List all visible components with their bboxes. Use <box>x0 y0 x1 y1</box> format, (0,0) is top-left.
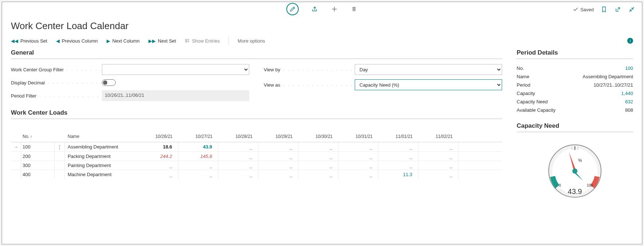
row-selector[interactable] <box>11 161 21 170</box>
cell-value[interactable]: _ <box>338 142 378 151</box>
popout-button[interactable] <box>614 6 621 13</box>
row-selector[interactable] <box>11 152 21 160</box>
cell-value[interactable]: _ <box>178 161 218 170</box>
cell-value[interactable]: _ <box>218 142 258 151</box>
work-center-loads-section: Work Center Loads No.↑ Name 10/26/21 10/… <box>11 109 502 179</box>
cell-value[interactable]: _ <box>378 152 418 160</box>
cell-value[interactable]: 145.8 <box>178 152 218 160</box>
cell-value[interactable]: _ <box>418 142 458 151</box>
cell-value[interactable]: _ <box>298 161 338 170</box>
saved-label: Saved <box>580 7 594 12</box>
table-row[interactable]: →100⋮Assembling Department18.643.9______ <box>11 142 502 151</box>
row-menu[interactable] <box>55 152 65 160</box>
cell-value[interactable]: _ <box>218 152 258 160</box>
view-by-select[interactable]: Day <box>355 64 502 75</box>
edit-button[interactable] <box>286 3 299 15</box>
row-selector[interactable] <box>11 170 21 179</box>
factbox-value: Assembling Department <box>583 74 633 79</box>
display-decimal-row: Display Decimal <box>11 79 249 86</box>
cell-value[interactable]: _ <box>258 170 298 179</box>
cell-value[interactable]: _ <box>138 170 178 179</box>
display-decimal-label: Display Decimal <box>11 80 102 86</box>
cell-value[interactable]: _ <box>378 161 418 170</box>
table-row[interactable]: 400Machine Department______11.3_ <box>11 170 502 179</box>
cell-value[interactable]: 18.6 <box>138 142 178 151</box>
period-filter-row: Period Filter 10/26/21..11/06/21 <box>11 90 249 101</box>
col-name[interactable]: Name <box>65 134 138 139</box>
cell-no: 400 <box>21 170 55 179</box>
cell-value[interactable]: _ <box>378 142 418 151</box>
col-date-7[interactable]: 11/02/21 <box>418 134 458 139</box>
row-menu[interactable] <box>55 161 65 170</box>
previous-set-button[interactable]: ◀◀ Previous Set <box>11 38 47 44</box>
factbox-row: Period10/27/21..10/27/21 <box>517 81 633 89</box>
cell-value[interactable]: _ <box>178 170 218 179</box>
popout-icon <box>615 7 621 12</box>
row-selector[interactable]: → <box>11 142 21 151</box>
cell-value[interactable]: _ <box>218 161 258 170</box>
factbox-toggle[interactable]: i <box>627 38 633 44</box>
col-date-5[interactable]: 10/31/21 <box>338 134 378 139</box>
cell-value[interactable]: _ <box>338 152 378 160</box>
col-date-6[interactable]: 11/01/21 <box>378 134 418 139</box>
bookmark-button[interactable] <box>600 6 608 13</box>
cell-value[interactable]: _ <box>218 170 258 179</box>
table-row[interactable]: 200Packing Department244.2145.8______ <box>11 151 502 160</box>
double-left-icon: ◀◀ <box>11 38 18 44</box>
col-date-0[interactable]: 10/26/21 <box>138 134 178 139</box>
col-date-1[interactable]: 10/27/21 <box>178 134 218 139</box>
row-menu[interactable] <box>55 170 65 179</box>
table-row[interactable]: 300Painting Department________ <box>11 160 502 170</box>
col-date-4[interactable]: 10/30/21 <box>298 134 338 139</box>
cell-value[interactable]: _ <box>418 170 458 179</box>
right-icon: ▶ <box>107 38 110 44</box>
collapse-button[interactable] <box>628 6 635 13</box>
cell-value[interactable]: 244.2 <box>138 152 178 160</box>
factbox-value[interactable]: 1,440 <box>621 91 633 96</box>
cell-value[interactable]: _ <box>258 152 298 160</box>
next-set-button[interactable]: ▶▶ Next Set <box>148 38 176 44</box>
collapse-icon <box>629 7 635 12</box>
cell-value[interactable]: _ <box>298 170 338 179</box>
factbox-value[interactable]: 632 <box>625 99 633 104</box>
general-form: Work Center Group Filter Display Decimal <box>11 64 502 101</box>
cell-value[interactable]: _ <box>258 142 298 151</box>
cell-name: Assembling Department <box>65 142 138 151</box>
cell-value[interactable]: _ <box>138 161 178 170</box>
cell-value[interactable]: 11.3 <box>378 170 418 179</box>
col-date-3[interactable]: 10/29/21 <box>258 134 298 139</box>
loads-grid-body: →100⋮Assembling Department18.643.9______… <box>11 142 502 179</box>
capacity-need-heading: Capacity Need <box>517 122 633 132</box>
general-col-1: Work Center Group Filter Display Decimal <box>11 64 249 101</box>
factbox-value[interactable]: 100 <box>625 66 633 71</box>
previous-column-button[interactable]: ◀ Previous Column <box>56 38 98 44</box>
cell-value[interactable]: _ <box>418 161 458 170</box>
view-as-select[interactable]: Capacity Need (%) <box>355 79 502 90</box>
general-col-2: View by Day View as Capacity Need (%) <box>264 64 502 101</box>
loads-grid: No.↑ Name 10/26/21 10/27/21 10/28/21 10/… <box>11 124 502 179</box>
more-options-button[interactable]: More options <box>238 38 265 44</box>
cell-value[interactable]: _ <box>418 152 458 160</box>
cell-value[interactable]: _ <box>298 142 338 151</box>
col-no[interactable]: No.↑ <box>21 134 55 139</box>
double-right-icon: ▶▶ <box>148 38 156 44</box>
cell-no: 200 <box>21 152 55 160</box>
row-menu[interactable]: ⋮ <box>55 142 65 151</box>
kebab-icon: ⋮ <box>57 144 62 150</box>
cell-name: Packing Department <box>65 152 138 160</box>
cell-value[interactable]: 43.9 <box>178 142 218 151</box>
delete-button[interactable] <box>350 5 358 13</box>
cell-value[interactable]: _ <box>258 161 298 170</box>
share-button[interactable] <box>311 5 318 13</box>
show-entries-button[interactable]: Show Entries <box>185 38 220 44</box>
cell-value[interactable]: _ <box>338 161 378 170</box>
next-column-button[interactable]: ▶ Next Column <box>107 38 140 44</box>
cell-value[interactable]: _ <box>298 152 338 160</box>
col-date-2[interactable]: 10/28/21 <box>218 134 258 139</box>
sort-asc-icon: ↑ <box>30 134 32 139</box>
new-button[interactable] <box>331 5 338 13</box>
display-decimal-toggle[interactable] <box>102 79 116 86</box>
factbox-label: Capacity <box>517 91 535 96</box>
work-center-group-filter-select[interactable] <box>102 64 249 75</box>
cell-value[interactable]: _ <box>338 170 378 179</box>
